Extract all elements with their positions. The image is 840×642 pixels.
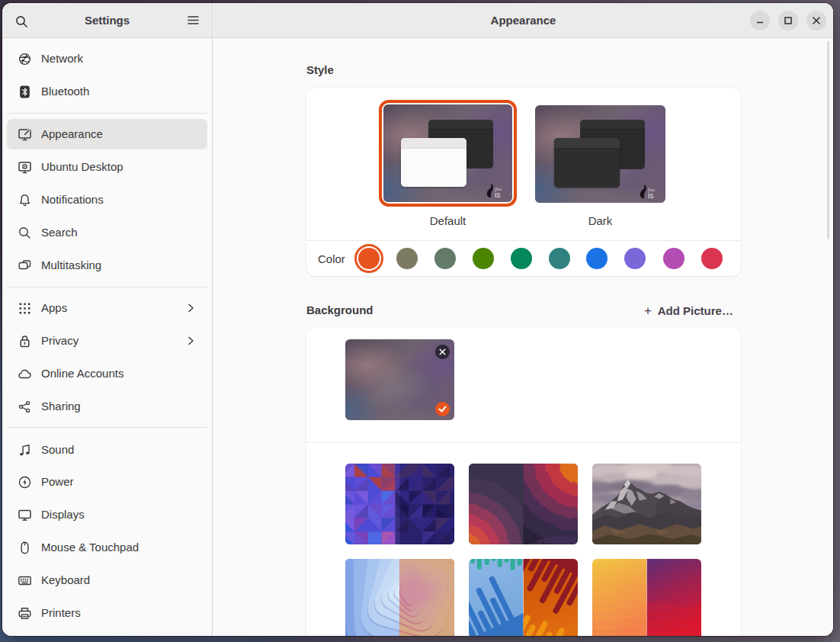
svg-text:is: is <box>495 191 500 199</box>
svg-text:is: is <box>648 191 653 200</box>
